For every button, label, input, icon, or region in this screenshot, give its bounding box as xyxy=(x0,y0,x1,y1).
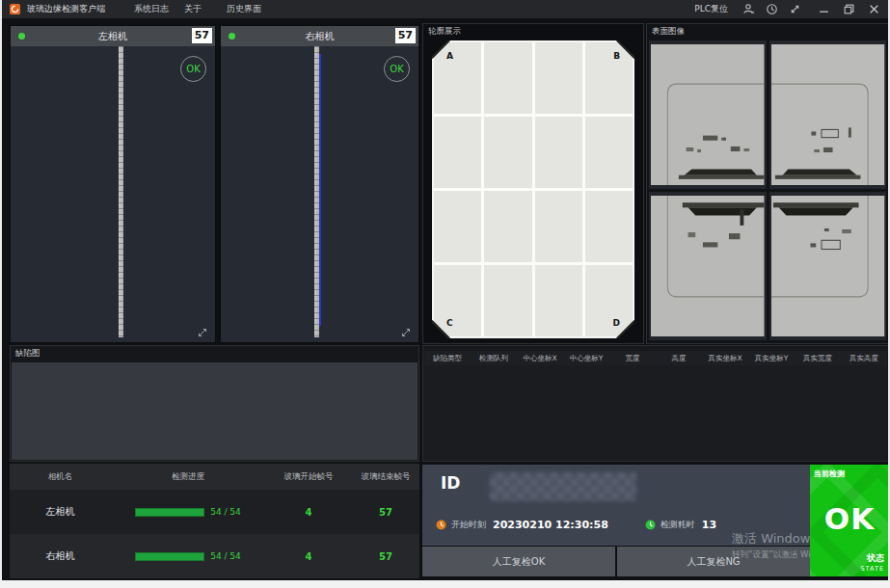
surface-panel-title: 表面图像 xyxy=(647,24,888,39)
state-label: 状态 STATE xyxy=(860,552,884,573)
corner-label-a: A xyxy=(446,51,453,61)
camera-table-header: 相机名 检测进度 玻璃开始帧号 玻璃结束帧号 xyxy=(10,464,419,490)
plc-reset-button[interactable]: PLC复位 xyxy=(690,2,732,16)
col-center-y: 中心坐标Y xyxy=(563,354,609,363)
manual-recheck-ok-button[interactable]: 人工复检OK xyxy=(422,547,615,576)
col-real-width: 真实宽度 xyxy=(795,354,841,363)
right-camera-panel: 右相机 57 OK xyxy=(220,25,419,343)
start-frame-value: 4 xyxy=(265,551,352,562)
right-camera-frame-count: 57 xyxy=(395,28,416,43)
surface-image-4[interactable] xyxy=(769,192,887,340)
glass-grid xyxy=(434,42,633,336)
scale-icon[interactable] xyxy=(789,3,801,15)
app-icon xyxy=(10,4,20,14)
right-camera-view[interactable]: OK xyxy=(221,46,418,342)
camera-name: 左相机 xyxy=(10,505,111,519)
window-frame-bottom xyxy=(0,580,890,588)
corner-label-d: D xyxy=(613,318,620,328)
id-label: ID xyxy=(441,473,460,493)
left-camera-ok-badge: OK xyxy=(180,56,206,82)
col-real-y: 真实坐标Y xyxy=(748,354,795,363)
right-camera-ok-badge: OK xyxy=(384,56,410,82)
left-camera-header: 左相机 57 xyxy=(11,26,215,46)
defect-table-header: 缺陷类型 检测队列 中心坐标X 中心坐标Y 宽度 高度 真实坐标X 真实坐标Y … xyxy=(424,351,887,365)
corner-label-c: C xyxy=(446,318,453,328)
surface-image-2[interactable] xyxy=(769,40,887,189)
end-frame-value: 57 xyxy=(352,507,419,518)
camera-progress-table: 相机名 检测进度 玻璃开始帧号 玻璃结束帧号 左相机 54 / 54 4 57 … xyxy=(10,464,419,578)
col-height: 高度 xyxy=(656,354,702,363)
col-start-frame: 玻璃开始帧号 xyxy=(265,471,352,483)
elapsed-value: 13 xyxy=(702,519,716,531)
app-title: 玻璃边缘检测客户端 xyxy=(27,3,105,15)
left-camera-status-dot xyxy=(18,33,25,40)
progress-text: 54 / 54 xyxy=(210,507,241,517)
col-center-x: 中心坐标X xyxy=(517,354,563,363)
glass-edge-strip xyxy=(119,46,123,337)
user-icon[interactable] xyxy=(742,3,755,15)
menu-history[interactable]: 历史界面 xyxy=(219,1,269,17)
app-window: 玻璃边缘检测客户端 系统日志 关于 历史界面 PLC复位 xyxy=(2,0,888,580)
menu-about[interactable]: 关于 xyxy=(176,1,209,17)
left-camera-panel: 左相机 57 OK xyxy=(10,25,216,343)
right-camera-header: 右相机 57 xyxy=(221,26,418,46)
left-camera-title: 左相机 xyxy=(11,30,215,43)
progress-bar xyxy=(135,552,204,561)
elapsed-label: 检测耗时 xyxy=(661,519,695,531)
surface-image-1[interactable] xyxy=(649,40,767,189)
result-value: OK xyxy=(810,501,888,536)
defect-image-panel: 缺陷图 xyxy=(10,345,419,462)
manual-recheck-ng-button[interactable]: 人工复检NG xyxy=(617,547,810,576)
close-button[interactable] xyxy=(868,3,880,15)
start-time-value: 20230210 12:30:58 xyxy=(493,519,608,531)
right-camera-title: 右相机 xyxy=(221,30,418,43)
end-frame-value: 57 xyxy=(352,551,419,562)
camera-name: 右相机 xyxy=(10,549,111,563)
defect-panel-title: 缺陷图 xyxy=(11,346,418,361)
defect-table-body[interactable] xyxy=(424,365,887,460)
minimize-button[interactable] xyxy=(818,3,830,15)
menu-system-log[interactable]: 系统日志 xyxy=(126,1,176,17)
corner-label-b: B xyxy=(613,51,620,61)
clock-icon[interactable] xyxy=(766,3,778,15)
start-time-label: 开始时刻 xyxy=(451,519,486,531)
col-defect-type: 缺陷类型 xyxy=(424,354,471,363)
contour-panel-title: 轮廓展示 xyxy=(423,24,643,39)
title-bar: 玻璃边缘检测客户端 系统日志 关于 历史界面 PLC复位 xyxy=(2,0,888,18)
right-camera-status-dot xyxy=(229,33,235,40)
start-time-clock-icon xyxy=(436,520,446,530)
left-camera-frame-count: 57 xyxy=(192,28,212,43)
progress-cell: 54 / 54 xyxy=(111,551,265,561)
time-row: 开始时刻 20230210 12:30:58 检测耗时 13 xyxy=(436,519,716,531)
progress-cell: 54 / 54 xyxy=(111,507,265,517)
table-row-left-camera[interactable]: 左相机 54 / 54 4 57 xyxy=(10,490,419,534)
surface-panel: 表面图像 xyxy=(646,23,888,344)
col-end-frame: 玻璃结束帧号 xyxy=(352,471,419,483)
restore-button[interactable] xyxy=(843,3,855,15)
defect-image-area xyxy=(12,362,418,460)
expand-icon[interactable] xyxy=(400,324,412,335)
result-info-panel: ID 开始时刻 20230210 12:30:58 检测耗时 13 xyxy=(422,465,810,546)
surface-image-3[interactable] xyxy=(649,192,767,340)
elapsed-clock-icon xyxy=(645,520,656,530)
col-width: 宽度 xyxy=(609,354,656,363)
glass-edge-strip xyxy=(314,46,319,337)
table-row-right-camera[interactable]: 右相机 54 / 54 4 57 xyxy=(10,534,419,578)
contour-panel: 轮廓展示 A B C D xyxy=(422,23,644,344)
id-value-redacted xyxy=(490,472,636,501)
col-real-height: 真实高度 xyxy=(841,354,887,363)
surface-image-grid xyxy=(649,40,886,340)
expand-icon[interactable] xyxy=(197,324,208,335)
col-detect-queue: 检测队列 xyxy=(471,354,517,363)
current-result-label: 当前检测 xyxy=(814,468,845,479)
manual-recheck-buttons: 人工复检OK 人工复检NG xyxy=(422,547,810,576)
col-real-x: 真实坐标X xyxy=(702,354,748,363)
defect-table: 缺陷类型 检测队列 中心坐标X 中心坐标Y 宽度 高度 真实坐标X 真实坐标Y … xyxy=(422,345,888,462)
col-camera-name: 相机名 xyxy=(10,471,111,483)
current-result-box: 当前检测 OK 状态 STATE xyxy=(810,465,888,576)
glass-contour: A B C D xyxy=(432,40,634,338)
left-camera-view[interactable]: OK xyxy=(11,46,215,342)
col-progress: 检测进度 xyxy=(111,471,265,483)
progress-bar xyxy=(135,508,204,517)
progress-text: 54 / 54 xyxy=(210,551,241,561)
